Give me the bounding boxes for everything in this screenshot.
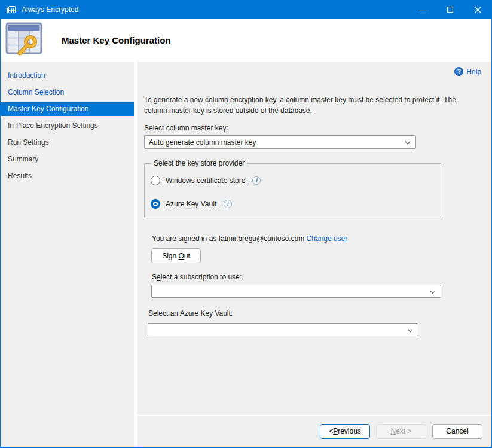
minimize-icon <box>420 10 426 10</box>
close-button[interactable] <box>464 0 491 19</box>
minimize-button[interactable] <box>409 0 436 19</box>
sidebar-item-run-settings[interactable]: Run Settings <box>1 134 134 151</box>
previous-label-post: revious <box>338 427 361 435</box>
window-title: Always Encrypted <box>22 5 78 14</box>
main-content: To generate a new column encryption key,… <box>137 62 491 415</box>
sign-out-label-mnemonic: O <box>179 252 184 260</box>
cancel-button[interactable]: Cancel <box>432 424 482 439</box>
next-button[interactable]: Next > <box>376 424 426 439</box>
maximize-icon <box>447 7 453 13</box>
chevron-down-icon <box>430 289 435 294</box>
previous-label-mnemonic: P <box>333 427 338 435</box>
master-key-label: Select column master key: <box>144 124 491 132</box>
chevron-down-icon <box>405 139 410 144</box>
sign-out-button[interactable]: Sign Out <box>151 248 201 263</box>
radio-selected-icon[interactable] <box>151 199 160 209</box>
sign-out-label-pre: Sign <box>162 252 178 260</box>
maximize-button[interactable] <box>436 0 464 19</box>
wizard-steps-sidebar: Introduction Column Selection Master Key… <box>1 62 137 447</box>
key-vault-combobox[interactable] <box>148 323 418 336</box>
sidebar-item-summary[interactable]: Summary <box>1 151 134 167</box>
always-encrypted-wizard-window: Always Encrypted <box>0 0 492 448</box>
subscription-combobox[interactable] <box>151 285 441 298</box>
help-label: Help <box>466 68 481 76</box>
sidebar-item-master-key-configuration[interactable]: Master Key Configuration <box>1 102 134 116</box>
window-controls <box>409 0 491 19</box>
close-icon <box>475 7 481 13</box>
info-icon[interactable]: i <box>252 176 261 185</box>
radio-windows-certificate-store-label: Windows certificate store <box>166 176 245 185</box>
help-link[interactable]: ? Help <box>454 67 481 76</box>
wizard-body: Introduction Column Selection Master Key… <box>1 62 491 447</box>
radio-windows-certificate-store[interactable]: Windows certificate store i <box>151 176 441 185</box>
next-label-post: ext > <box>396 427 411 435</box>
table-key-app-icon <box>6 5 16 14</box>
sidebar-item-results[interactable]: Results <box>1 167 134 184</box>
wizard-footer: < Previous Next > Cancel <box>137 415 491 447</box>
intro-text: To generate a new column encryption key,… <box>144 95 466 116</box>
next-label-mnemonic: N <box>390 427 396 435</box>
key-store-provider-groupbox: Select the key store provider Windows ce… <box>144 163 441 217</box>
main-panel: ? Help To generate a new column encrypti… <box>137 62 491 447</box>
master-key-combobox[interactable]: Auto generate column master key <box>144 135 416 149</box>
page-title: Master Key Configuration <box>62 35 171 45</box>
subscription-label: Select a subscription to use: <box>152 273 491 281</box>
wizard-header: Master Key Configuration <box>1 19 491 62</box>
sign-out-label-post: ut <box>184 252 190 260</box>
subscription-label-pre: S <box>152 273 157 281</box>
help-icon: ? <box>454 67 463 76</box>
radio-azure-key-vault[interactable]: Azure Key Vault i <box>151 199 441 209</box>
previous-label-pre: < <box>329 427 333 435</box>
signed-in-text: You are signed in as <box>152 234 219 243</box>
signed-in-email: fatmir.bregu@contoso.com <box>219 234 305 243</box>
previous-button[interactable]: < Previous <box>320 424 370 439</box>
radio-azure-key-vault-label: Azure Key Vault <box>166 200 216 208</box>
master-key-combobox-value: Auto generate column master key <box>149 138 256 147</box>
change-user-link[interactable]: Change user <box>307 234 348 243</box>
info-icon[interactable]: i <box>224 200 232 208</box>
subscription-label-mnemonic: e <box>157 273 161 281</box>
subscription-label-post: lect a subscription to use: <box>161 273 242 281</box>
radio-unselected-icon[interactable] <box>151 176 160 185</box>
sidebar-item-introduction[interactable]: Introduction <box>1 67 134 84</box>
table-key-header-icon <box>5 22 44 59</box>
sidebar-item-in-place-encryption-settings[interactable]: In-Place Encryption Settings <box>1 117 134 134</box>
signed-in-row: You are signed in as fatmir.bregu@contos… <box>152 234 491 243</box>
key-vault-label: Select an Azure Key Vault: <box>148 309 491 318</box>
key-store-provider-legend: Select the key store provider <box>151 159 247 167</box>
sidebar-item-column-selection[interactable]: Column Selection <box>1 84 134 100</box>
titlebar[interactable]: Always Encrypted <box>1 0 491 19</box>
chevron-down-icon <box>408 327 412 332</box>
